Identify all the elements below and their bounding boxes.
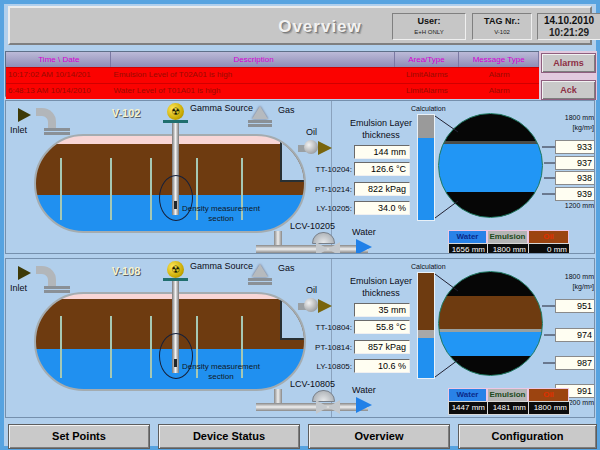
gamma-source-icon: ☢ — [167, 103, 184, 120]
drain-pipe-icon — [256, 403, 368, 411]
oil-arrow-icon — [318, 141, 332, 155]
calculation-bar — [417, 272, 435, 379]
tag-value: V-102 — [473, 29, 531, 35]
calculation-bar — [417, 114, 435, 221]
legend-oil-value: 0 mm — [528, 243, 570, 254]
gamma-source-label: Gamma Source — [190, 103, 253, 113]
legend-water-value: 1447 mm — [448, 401, 488, 415]
gas-flange-icon — [248, 278, 272, 281]
density-value-box: 938 — [555, 171, 595, 185]
oil-arrow-icon — [318, 299, 332, 313]
alarm-row[interactable]: 10:17:02 AM 10/14/201 Emulsion Level of … — [6, 67, 539, 83]
legend-emulsion-label: Emulsion — [487, 230, 528, 244]
legend-emulsion-value: 1481 mm — [487, 401, 529, 415]
page-title: Overview — [235, 17, 405, 37]
alarm-table: Time \ Date Description Area/Type Messag… — [5, 51, 540, 98]
ly-value: 34.0 % — [354, 201, 410, 215]
emulsion-layer-label: Emulsion Layer — [336, 118, 426, 128]
oil-outlet-flange-icon — [304, 298, 318, 312]
ly-value: 10.6 % — [354, 359, 410, 373]
alarm-time: 10:17:02 AM 10/14/201 — [6, 68, 111, 83]
hmi-screen: Overview User: E+H ONLY TAG Nr.: V-102 1… — [0, 0, 600, 450]
legend-oil-value: 1800 mm — [528, 401, 570, 415]
alarm-description: Emulsion Level of T02A01 is high — [111, 68, 395, 83]
tag-box: TAG Nr.: V-102 — [472, 13, 532, 40]
alarms-button[interactable]: Alarms — [541, 53, 596, 73]
inlet-arrow-icon — [18, 108, 31, 122]
density-circle — [438, 271, 543, 376]
gas-label: Gas — [278, 105, 295, 115]
density-section-label: Density measurement section — [146, 362, 296, 382]
lcv-valve-icon[interactable] — [316, 400, 328, 414]
header-bar: Overview User: E+H ONLY TAG Nr.: V-102 1… — [8, 6, 592, 45]
legend-water-label: Water — [448, 388, 487, 402]
calculation-label: Calculation — [411, 263, 446, 270]
gas-flange-icon — [248, 120, 272, 123]
density-value-box: 937 — [555, 156, 595, 170]
lcv-label: LCV-10205 — [290, 221, 335, 231]
gas-label: Gas — [278, 263, 295, 273]
lcv-label: LCV-10805 — [290, 379, 335, 389]
tank-section-v102: V-102 Inlet ☢ Gamma Source Gas Oil Densi… — [5, 100, 595, 254]
alarm-area: LimitAlarms — [395, 84, 460, 99]
density-value-box: 933 — [555, 140, 595, 154]
legend-emulsion-label: Emulsion — [487, 388, 528, 402]
tt-value: 126.6 °C — [354, 162, 410, 176]
nav-button-set-points[interactable]: Set Points — [8, 424, 150, 449]
lcv-valve-icon[interactable] — [316, 242, 328, 254]
legend-water-label: Water — [448, 230, 487, 244]
gas-vent-icon — [252, 106, 268, 119]
oil-label: Oil — [306, 285, 317, 295]
alarm-col-description: Description — [111, 52, 395, 67]
date-value: 14.10.2010 — [538, 15, 600, 26]
user-value: E+H ONLY — [393, 29, 465, 35]
gas-vent-icon — [252, 264, 268, 277]
tank-name: V-108 — [86, 265, 166, 277]
probe-icon — [110, 158, 112, 220]
ly-label: LY-10805: — [302, 362, 352, 371]
thickness-value: 35 mm — [354, 303, 410, 317]
inlet-flange-icon — [44, 132, 70, 135]
gas-flange-icon — [248, 282, 272, 285]
water-arrow-icon — [356, 397, 372, 413]
tank-name: V-102 — [86, 107, 166, 119]
tank-section-v108: V-108 Inlet ☢ Gamma Source Gas Oil Densi… — [5, 258, 595, 418]
water-label: Water — [352, 385, 376, 395]
water-label: Water — [352, 227, 376, 237]
density-value-box: 951 — [555, 299, 595, 313]
nav-button-configuration[interactable]: Configuration — [458, 424, 597, 449]
nav-button-overview[interactable]: Overview — [308, 424, 450, 449]
probe-icon — [60, 158, 62, 220]
alarm-row[interactable]: 6:48:13 AM 10/14/2010 Water Level of T01… — [6, 83, 539, 99]
time-value: 10:21:29 — [538, 27, 600, 38]
gamma-flange-icon — [163, 120, 188, 123]
pt-value: 822 kPag — [354, 182, 410, 196]
weir-notch — [280, 136, 304, 182]
probe-icon — [110, 316, 112, 378]
pt-label: PT-10214: — [302, 185, 352, 194]
pt-value: 857 kPag — [354, 340, 410, 354]
range-top-label: 1800 mm — [536, 114, 594, 121]
inlet-flange-icon — [44, 286, 70, 289]
lcv-valve-icon[interactable] — [328, 242, 340, 254]
gamma-source-icon: ☢ — [167, 261, 184, 278]
legend-oil-label: Oil — [528, 388, 569, 402]
alarm-col-area: Area/Type — [395, 52, 460, 67]
inlet-flange-icon — [44, 290, 70, 293]
alarm-time: 6:48:13 AM 10/14/2010 — [6, 84, 111, 99]
inlet-pipe-icon — [36, 108, 56, 130]
density-unit-label: [kg/m³] — [536, 283, 594, 290]
alarm-type: Alarm — [459, 68, 539, 83]
nav-button-device-status[interactable]: Device Status — [158, 424, 300, 449]
pt-label: PT-10814: — [302, 343, 352, 352]
user-label: User: — [393, 16, 465, 26]
water-arrow-icon — [356, 239, 372, 254]
emulsion-layer-label2: thickness — [336, 130, 426, 140]
legend-emulsion-value: 1800 mm — [487, 243, 529, 254]
datetime-box: 14.10.2010 10:21:29 — [537, 13, 600, 40]
lcv-valve-icon[interactable] — [328, 400, 340, 414]
alarm-col-time: Time \ Date — [6, 52, 111, 67]
gas-flange-icon — [248, 124, 272, 127]
thickness-value: 144 mm — [354, 145, 410, 159]
ack-button[interactable]: Ack — [541, 80, 596, 100]
